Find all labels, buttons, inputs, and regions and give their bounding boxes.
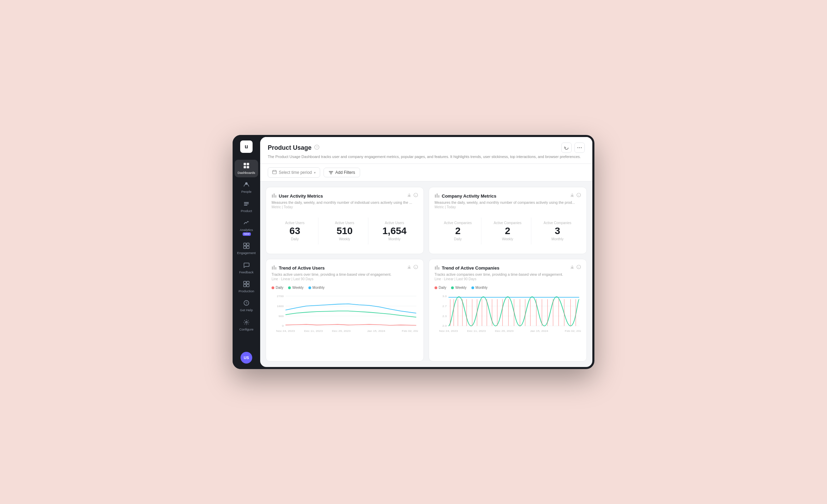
toolbar: Select time period ▾ Add Filters: [260, 164, 592, 181]
sidebar-item-configure[interactable]: Configure: [235, 316, 258, 334]
download-icon[interactable]: [570, 265, 574, 270]
svg-rect-27: [275, 195, 276, 198]
legend-monthly: Monthly: [471, 286, 488, 290]
user-activity-card: User Activity Metrics i: [266, 187, 424, 254]
main-panel: Product Usage ?: [260, 137, 592, 367]
add-filters-label: Add Filters: [335, 170, 355, 175]
info-icon[interactable]: i: [414, 265, 418, 270]
configure-label: Configure: [239, 327, 253, 331]
svg-rect-55: [438, 267, 439, 270]
sidebar-item-dashboards[interactable]: Dashboards: [235, 160, 258, 177]
svg-rect-31: [437, 193, 438, 198]
people-label: People: [241, 190, 252, 193]
svg-text:1800: 1800: [277, 304, 284, 307]
svg-rect-11: [247, 246, 249, 249]
dashboards-icon: [243, 162, 249, 170]
legend-daily-label: Daily: [439, 286, 446, 290]
card-title-row: Trend of Active Users: [272, 265, 325, 271]
company-metric-weekly: Active Companies 2 Weekly: [484, 218, 531, 244]
sidebar-nav: Dashboards People: [233, 160, 260, 349]
company-metric-monthly: Active Companies 3 Monthly: [534, 218, 581, 244]
company-activity-desc: Measures the daily, weekly, and monthly …: [435, 200, 581, 204]
legend-daily: Daily: [435, 286, 446, 290]
help-icon[interactable]: ?: [314, 145, 319, 151]
sidebar-item-feedback[interactable]: Feedback: [235, 259, 258, 277]
trend-users-desc: Tracks active users over time, providing…: [272, 272, 418, 276]
company-metric-daily-top: Active Companies: [444, 221, 472, 225]
svg-text:2.0: 2.0: [442, 324, 447, 327]
user-avatar[interactable]: US: [241, 352, 252, 364]
download-icon[interactable]: [407, 265, 411, 270]
production-icon: [243, 281, 249, 288]
more-button[interactable]: [574, 143, 585, 153]
svg-rect-12: [244, 281, 246, 284]
device-frame: u Dashboards: [233, 135, 594, 369]
company-activity-title: Company Activity Metrics: [442, 193, 496, 199]
engagement-label: Engagement: [237, 251, 256, 255]
company-metric-daily-bottom: Daily: [454, 237, 462, 241]
metric-daily-top: Active Users: [285, 221, 305, 225]
svg-text:Feb 02, 2024: Feb 02, 2024: [565, 329, 581, 333]
people-icon: [243, 181, 249, 189]
sidebar-item-production[interactable]: Production: [235, 278, 258, 296]
calendar-icon: [272, 170, 277, 175]
user-activity-title: User Activity Metrics: [279, 193, 323, 199]
analytics-label: Analytics NEW: [237, 228, 256, 236]
svg-rect-30: [435, 195, 436, 198]
refresh-button[interactable]: [561, 143, 572, 153]
metric-weekly-bottom: Weekly: [339, 237, 350, 241]
svg-text:2.7: 2.7: [442, 304, 447, 307]
download-icon[interactable]: [407, 193, 411, 198]
company-metric-daily-value: 2: [455, 226, 461, 236]
trend-companies-meta: Line · Linear | Last 90 Days: [435, 277, 581, 281]
legend-monthly-label: Monthly: [313, 286, 325, 290]
legend-weekly-label: Weekly: [292, 286, 304, 290]
legend-monthly-dot: [308, 286, 311, 289]
svg-text:0: 0: [282, 324, 284, 327]
legend-daily-dot: [272, 286, 274, 289]
user-metrics-grid: Active Users 63 Daily Active Users 510 W…: [272, 214, 418, 248]
app-logo[interactable]: u: [240, 140, 253, 153]
svg-text:i: i: [579, 194, 579, 197]
svg-rect-36: [274, 265, 275, 270]
legend-daily-dot: [435, 286, 437, 289]
sidebar-item-engagement[interactable]: Engagement: [235, 240, 258, 258]
page-header: Product Usage ?: [260, 137, 592, 164]
sidebar-item-people[interactable]: People: [235, 179, 258, 196]
legend-monthly-label: Monthly: [476, 286, 488, 290]
card-title-row: Company Activity Metrics: [435, 193, 496, 199]
user-activity-meta: Metric | Today: [272, 205, 418, 209]
info-icon[interactable]: i: [576, 265, 581, 270]
svg-rect-24: [273, 170, 276, 174]
metric-monthly-top: Active Users: [385, 221, 404, 225]
download-icon[interactable]: [570, 193, 574, 198]
dashboards-label: Dashboards: [237, 171, 255, 175]
content-area: User Activity Metrics i: [260, 181, 592, 367]
card-actions: i: [407, 193, 418, 198]
header-actions: [561, 143, 585, 153]
time-period-button[interactable]: Select time period ▾: [268, 167, 320, 178]
company-metrics-icon: [435, 193, 440, 199]
company-metric-weekly-bottom: Weekly: [502, 237, 513, 241]
analytics-icon: [243, 220, 249, 227]
svg-text:900: 900: [278, 314, 284, 317]
info-icon[interactable]: i: [414, 193, 418, 198]
add-filters-button[interactable]: Add Filters: [324, 168, 360, 177]
svg-text:Nov 24, 2023: Nov 24, 2023: [276, 329, 295, 333]
company-metric-weekly-value: 2: [505, 226, 510, 236]
legend-monthly-dot: [471, 286, 474, 289]
svg-point-18: [246, 321, 247, 323]
sidebar-item-product[interactable]: Product: [235, 198, 258, 216]
svg-rect-54: [437, 265, 438, 270]
time-period-label: Select time period: [279, 170, 312, 175]
svg-point-23: [581, 147, 582, 148]
svg-rect-0: [244, 163, 246, 165]
sidebar-item-get-help[interactable]: ? Get Help: [235, 297, 258, 315]
legend-daily-label: Daily: [276, 286, 283, 290]
header-title-row: Product Usage ?: [268, 144, 319, 151]
svg-text:3.0: 3.0: [442, 294, 447, 297]
product-icon: [243, 201, 249, 208]
get-help-label: Get Help: [240, 308, 253, 312]
sidebar-item-analytics[interactable]: Analytics NEW: [235, 217, 258, 239]
info-icon[interactable]: i: [576, 193, 581, 198]
